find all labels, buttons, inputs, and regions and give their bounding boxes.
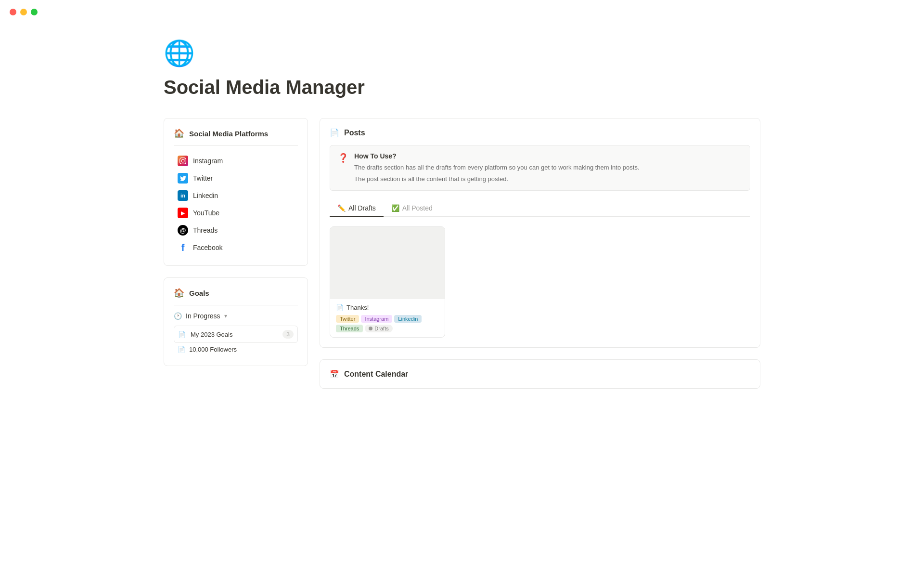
- callout-text-1: The drafts section has all the drafts fr…: [354, 163, 640, 172]
- platform-label-facebook: Facebook: [193, 244, 222, 251]
- window-controls: [0, 0, 47, 24]
- left-column: 🏠 Social Media Platforms Instagram: [164, 118, 308, 389]
- page-icon: 🌐: [164, 39, 760, 68]
- tag-linkedin: Linkedin: [394, 315, 422, 323]
- goal-item-title: My 2023 Goals: [191, 331, 278, 338]
- draft-card-body: 📄 Thanks! Twitter Instagram Linkedin Thr…: [330, 299, 445, 337]
- chevron-down-icon: ▾: [224, 313, 227, 319]
- tag-drafts: Drafts: [365, 325, 392, 332]
- platform-label-linkedin: Linkedin: [193, 192, 218, 199]
- platform-label-instagram: Instagram: [193, 157, 223, 165]
- linkedin-icon: in: [178, 190, 188, 201]
- callout-icon: ❓: [338, 153, 348, 184]
- platform-item-linkedin[interactable]: in Linkedin: [174, 187, 298, 204]
- tab-posted-icon: ✅: [391, 204, 399, 212]
- posts-header-icon: 📄: [330, 128, 339, 137]
- platforms-card: 🏠 Social Media Platforms Instagram: [164, 118, 308, 266]
- goal-sub-label: 10,000 Followers: [189, 346, 237, 353]
- posts-header: 📄 Posts: [330, 128, 750, 137]
- draft-card-thanks[interactable]: 📄 Thanks! Twitter Instagram Linkedin Thr…: [330, 226, 445, 338]
- tag-threads: Threads: [336, 325, 363, 332]
- tab-all-drafts[interactable]: ✏️ All Drafts: [330, 200, 384, 217]
- facebook-icon: f: [178, 242, 188, 253]
- instagram-icon: [178, 156, 188, 166]
- goal-sub-icon: 📄: [178, 346, 185, 353]
- goal-item-2023[interactable]: 📄 My 2023 Goals 3: [174, 326, 298, 343]
- platforms-title: Social Media Platforms: [189, 130, 268, 138]
- callout-text-2: The post section is all the content that…: [354, 174, 640, 184]
- drafts-grid: 📄 Thanks! Twitter Instagram Linkedin Thr…: [330, 226, 750, 338]
- maximize-button[interactable]: [31, 9, 38, 15]
- content-calendar-card: 📅 Content Calendar: [320, 359, 760, 389]
- goals-title: Goals: [189, 289, 209, 297]
- platform-item-facebook[interactable]: f Facebook: [174, 239, 298, 256]
- platform-label-youtube: YouTube: [193, 209, 219, 217]
- platform-label-twitter: Twitter: [193, 174, 213, 182]
- goals-icon: 🏠: [174, 288, 184, 298]
- tab-drafts-icon: ✏️: [337, 204, 346, 212]
- goal-item-count: 3: [282, 330, 294, 339]
- platform-item-threads[interactable]: @ Threads: [174, 222, 298, 238]
- platform-list: Instagram Twitter in Li: [174, 153, 298, 256]
- platforms-icon: 🏠: [174, 128, 184, 139]
- minimize-button[interactable]: [20, 9, 27, 15]
- draft-title-text: Thanks!: [346, 304, 369, 311]
- youtube-icon: ▶: [178, 208, 188, 218]
- calendar-icon: 📅: [330, 369, 339, 379]
- tab-all-posted[interactable]: ✅ All Posted: [384, 200, 440, 217]
- callout-content: How To Use? The drafts section has all t…: [354, 152, 640, 184]
- posts-card: 📄 Posts ❓ How To Use? The drafts section…: [320, 118, 760, 348]
- goal-sub-item-followers[interactable]: 📄 10,000 Followers: [174, 343, 298, 356]
- calendar-title: Content Calendar: [344, 370, 408, 379]
- threads-icon: @: [178, 225, 188, 236]
- draft-title-icon: 📄: [336, 304, 344, 311]
- draft-card-image: [330, 227, 445, 299]
- draft-card-title: 📄 Thanks!: [336, 304, 439, 311]
- in-progress-toggle[interactable]: 🕐 In Progress ▾: [174, 312, 298, 320]
- goals-card: 🏠 Goals 🕐 In Progress ▾ 📄 My 2023 Goals …: [164, 277, 308, 366]
- draft-tags: Twitter Instagram Linkedin Threads Draft…: [336, 315, 439, 332]
- callout-title: How To Use?: [354, 152, 640, 160]
- goal-item-icon: 📄: [178, 331, 186, 338]
- calendar-header: 📅 Content Calendar: [330, 369, 750, 379]
- tab-posted-label: All Posted: [402, 204, 433, 212]
- platform-item-youtube[interactable]: ▶ YouTube: [174, 205, 298, 221]
- platform-label-threads: Threads: [193, 226, 218, 234]
- tag-twitter: Twitter: [336, 315, 359, 323]
- close-button[interactable]: [10, 9, 16, 15]
- posts-tabs: ✏️ All Drafts ✅ All Posted: [330, 200, 750, 217]
- twitter-icon: [178, 173, 188, 184]
- tag-instagram: Instagram: [361, 315, 392, 323]
- how-to-use-callout: ❓ How To Use? The drafts section has all…: [330, 145, 750, 191]
- tab-drafts-label: All Drafts: [348, 204, 376, 212]
- goals-header: 🏠 Goals: [174, 288, 298, 305]
- platform-item-twitter[interactable]: Twitter: [174, 170, 298, 186]
- posts-title: Posts: [344, 129, 365, 137]
- in-progress-label: In Progress: [186, 312, 220, 320]
- platform-item-instagram[interactable]: Instagram: [174, 153, 298, 169]
- page-title: Social Media Manager: [164, 76, 760, 99]
- right-column: 📄 Posts ❓ How To Use? The drafts section…: [320, 118, 760, 389]
- platforms-header: 🏠 Social Media Platforms: [174, 128, 298, 146]
